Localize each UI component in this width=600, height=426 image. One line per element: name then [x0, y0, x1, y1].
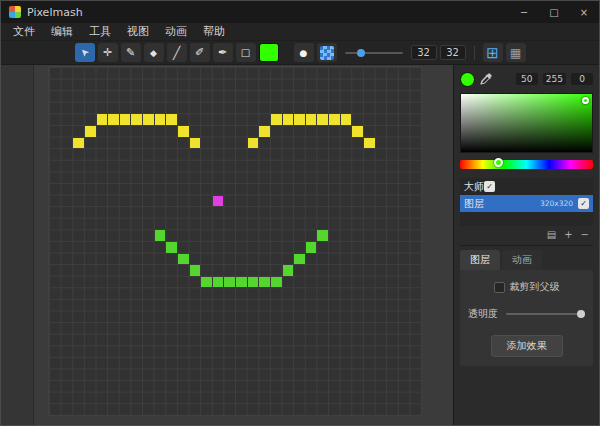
pixel-grid[interactable] [49, 67, 421, 415]
layer-size: 320x320 [540, 199, 573, 208]
rect-tool[interactable]: □ [236, 43, 256, 62]
tab-animation[interactable]: 动画 [502, 250, 542, 270]
brush-shape-button[interactable]: ● [294, 43, 314, 62]
eyedropper-icon[interactable] [480, 73, 492, 85]
saturation-brightness-picker[interactable] [460, 93, 593, 153]
left-eyebrow-pixel [131, 114, 142, 125]
remove-layer-button[interactable]: − [581, 230, 589, 240]
red-value[interactable]: 50 [516, 73, 538, 85]
minimize-button[interactable]: ─ [509, 1, 539, 23]
left-eyebrow-pixel [190, 138, 201, 149]
brush-size-slider[interactable] [345, 46, 403, 60]
clip-checkbox[interactable] [494, 282, 505, 293]
smile-pixel [166, 242, 177, 253]
close-button[interactable]: × [569, 1, 599, 23]
left-eyebrow-pixel [73, 138, 84, 149]
move-icon: ✛ [103, 46, 112, 59]
menu-animation[interactable]: 动画 [157, 23, 195, 41]
layer-row-selected[interactable]: 图层 320x320 ✓ [460, 195, 593, 212]
menu-view[interactable]: 视图 [119, 23, 157, 41]
right-eyebrow-pixel [283, 114, 294, 125]
size-slider-knob[interactable] [357, 49, 365, 57]
tile-icon: ▦ [510, 46, 521, 60]
slider-track [345, 52, 403, 54]
clip-row: 裁剪到父级 [468, 280, 585, 294]
green-value[interactable]: 255 [543, 73, 566, 85]
grid-icon: ⊞ [486, 44, 499, 62]
master-visibility-checkbox[interactable]: ✓ [484, 181, 495, 192]
canvas-width-input[interactable] [411, 45, 437, 60]
select-tool[interactable]: ➤ [75, 43, 95, 62]
canvas-height-input[interactable] [440, 45, 466, 60]
right-eyebrow-pixel [271, 114, 282, 125]
add-effect-button[interactable]: 添加效果 [491, 335, 563, 357]
smile-pixel [213, 277, 224, 288]
left-eyebrow-pixel [178, 126, 189, 137]
line-tool[interactable]: ╱ [167, 43, 187, 62]
left-eyebrow-pixel [143, 114, 154, 125]
tab-layer[interactable]: 图层 [460, 250, 500, 270]
color-row: 50 255 0 [460, 71, 593, 87]
hue-knob[interactable] [494, 158, 503, 167]
menu-tools[interactable]: 工具 [81, 23, 119, 41]
right-eyebrow-pixel [306, 114, 317, 125]
eraser-icon: ◆ [150, 48, 157, 58]
grid-toggle[interactable]: ⊞ [483, 43, 503, 62]
brush-tool[interactable]: ✐ [190, 43, 210, 62]
tile-preview-toggle[interactable]: ▦ [506, 43, 526, 62]
maximize-button[interactable]: □ [539, 1, 569, 23]
opacity-slider[interactable] [506, 313, 585, 315]
layer-visibility-checkbox[interactable]: ✓ [578, 198, 589, 209]
opacity-knob[interactable] [577, 310, 585, 318]
canvas-gutter [1, 65, 34, 425]
pencil-tool[interactable]: ✎ [121, 43, 141, 62]
eyedropper-tool[interactable]: ✒ [213, 43, 233, 62]
color-swatch[interactable] [259, 43, 279, 62]
smile-pixel [317, 230, 328, 241]
hue-slider[interactable] [460, 160, 593, 169]
smile-pixel [306, 242, 317, 253]
titlebar: Pixelmash ─ □ × [1, 1, 599, 23]
window-title: Pixelmash [27, 6, 509, 19]
dither-toggle[interactable] [317, 43, 337, 62]
brush-icon: ✐ [195, 46, 204, 59]
right-eyebrow-pixel [364, 138, 375, 149]
smile-pixel [224, 277, 235, 288]
smile-pixel [294, 254, 305, 265]
right-eyebrow-pixel [248, 138, 259, 149]
toolbar: ➤✛✎◆╱✐✒□ ● ⊞ ▦ [1, 41, 599, 65]
tab-content: 裁剪到父级 透明度 添加效果 [460, 270, 593, 366]
sb-knob[interactable] [582, 97, 589, 104]
layer-list: 大师 ✓ 图层 320x320 ✓ [460, 178, 593, 226]
opacity-row: 透明度 [468, 307, 585, 321]
eraser-tool[interactable]: ◆ [144, 43, 164, 62]
right-eyebrow-pixel [329, 114, 340, 125]
menu-help[interactable]: 帮助 [195, 23, 233, 41]
right-eyebrow-pixel [317, 114, 328, 125]
add-layer-button[interactable]: + [564, 230, 572, 240]
tool-cluster: ➤✛✎◆╱✐✒□ ● ⊞ ▦ [75, 43, 526, 62]
select-icon: ➤ [78, 46, 92, 60]
opacity-label: 透明度 [468, 307, 498, 321]
pixelmash-window: Pixelmash ─ □ × 文件编辑工具视图动画帮助 ➤✛✎◆╱✐✒□ ● [0, 0, 600, 426]
nose-pixel [213, 196, 224, 207]
move-tool[interactable]: ✛ [98, 43, 118, 62]
right-panel: 50 255 0 大师 ✓ 图层 320x320 ✓ ▤+− 图层动画 [453, 65, 599, 425]
smile-pixel [259, 277, 270, 288]
layer-row-master[interactable]: 大师 ✓ [460, 178, 593, 195]
merge-layer-button[interactable]: ▤ [547, 230, 556, 240]
left-eyebrow-pixel [120, 114, 131, 125]
current-color-circle[interactable] [460, 72, 475, 87]
blue-value[interactable]: 0 [571, 73, 593, 85]
left-eyebrow-pixel [97, 114, 108, 125]
left-eyebrow-pixel [85, 126, 96, 137]
right-eyebrow-pixel [259, 126, 270, 137]
app-icon [9, 6, 21, 18]
menu-file[interactable]: 文件 [5, 23, 43, 41]
panel-divider [460, 245, 593, 246]
toolbar-separator [474, 46, 475, 60]
menu-edit[interactable]: 编辑 [43, 23, 81, 41]
layer-label: 图层 [464, 197, 484, 211]
checker-icon [320, 46, 334, 60]
pencil-icon: ✎ [126, 46, 135, 59]
